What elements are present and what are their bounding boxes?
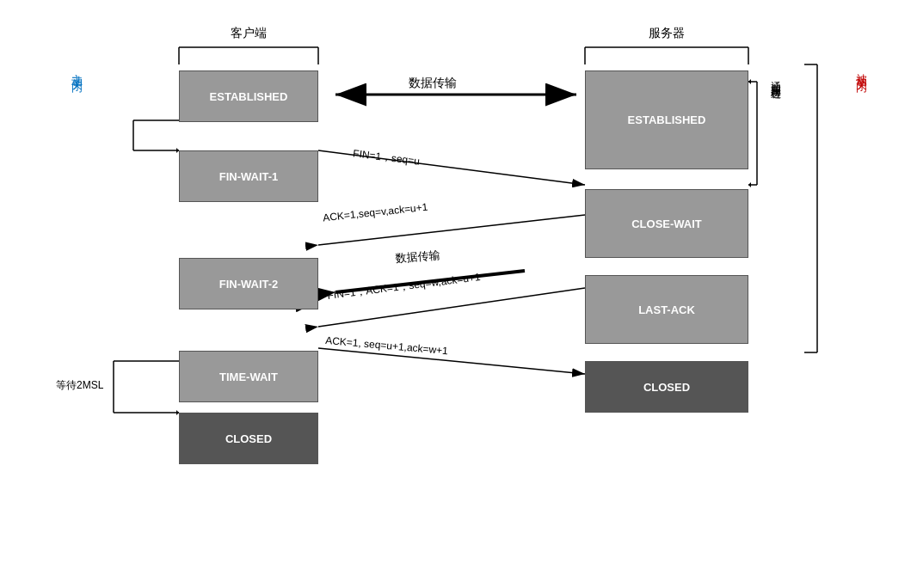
client-closed: CLOSED <box>179 413 318 464</box>
server-close-wait: CLOSE-WAIT <box>585 189 748 258</box>
wait-2msl-label: 等待2MSL <box>56 378 103 393</box>
svg-marker-27 <box>748 182 751 187</box>
server-column-label: 服务器 <box>585 26 748 41</box>
passive-close-label: 被动关闭 <box>853 64 869 75</box>
client-column-label: 客户端 <box>179 26 318 41</box>
client-time-wait: TIME-WAIT <box>179 351 318 402</box>
diagram-container: 客户端 服务器 主动关闭 被动关闭 通知应用进程 等待2MSL 数据传输 EST… <box>52 17 877 567</box>
svg-line-15 <box>318 348 585 374</box>
notify-app-label: 通知应用进程 <box>768 73 783 83</box>
ack1-label: ACK=1,seq=v,ack=u+1 <box>323 201 428 224</box>
svg-marker-28 <box>748 79 751 84</box>
fin2-label: FIN=1，ACK=1，seq=w,ack=u+1 <box>327 270 482 303</box>
client-fin-wait-2: FIN-WAIT-2 <box>179 258 318 309</box>
active-close-label: 主动关闭 <box>69 64 84 75</box>
data-transfer2-label: 数据传输 <box>395 248 440 266</box>
arrows-svg <box>52 17 877 567</box>
fin1-label: FIN=1，seq=u <box>352 146 421 168</box>
data-transfer-top-label: 数据传输 <box>409 76 457 91</box>
server-last-ack: LAST-ACK <box>585 275 748 344</box>
server-closed: CLOSED <box>585 361 748 413</box>
client-established: ESTABLISHED <box>179 70 318 122</box>
server-established: ESTABLISHED <box>585 70 748 169</box>
client-fin-wait-1: FIN-WAIT-1 <box>179 150 318 202</box>
ack2-label: ACK=1, seq=u+1,ack=w+1 <box>325 334 449 357</box>
